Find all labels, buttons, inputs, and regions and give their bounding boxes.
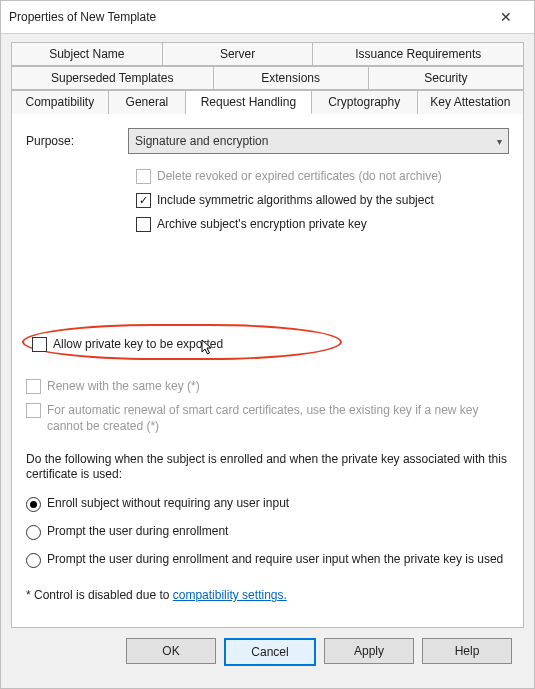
checkbox-auto-renew [26,403,41,418]
radio-enroll-no-input[interactable] [26,497,41,512]
checkbox-allow-export[interactable] [32,337,47,352]
label-renew-same: Renew with the same key (*) [47,378,200,394]
tab-subject-name[interactable]: Subject Name [11,42,163,66]
close-icon[interactable]: ✕ [486,3,526,31]
label-allow-export: Allow private key to be exported [53,336,223,352]
dialog-body: Subject Name Server Issuance Requirement… [1,34,534,688]
help-button[interactable]: Help [422,638,512,664]
checkbox-renew-same [26,379,41,394]
tab-security[interactable]: Security [369,66,524,90]
label-prompt-enroll: Prompt the user during enrollment [47,524,228,539]
cancel-button[interactable]: Cancel [224,638,316,666]
tab-key-attestation[interactable]: Key Attestation [418,90,524,114]
dialog-buttons: OK Cancel Apply Help [11,628,524,678]
checkbox-archive-key[interactable] [136,217,151,232]
tab-superseded-templates[interactable]: Superseded Templates [11,66,214,90]
cursor-icon [201,339,215,357]
titlebar: Properties of New Template ✕ [1,1,534,34]
tab-cryptography[interactable]: Cryptography [312,90,418,114]
footnote-text: * Control is disabled due to [26,588,173,602]
label-enroll-no-input: Enroll subject without requiring any use… [47,496,289,511]
compatibility-settings-link[interactable]: compatibility settings. [173,588,287,602]
radio-prompt-enroll[interactable] [26,525,41,540]
ok-button[interactable]: OK [126,638,216,664]
tab-extensions[interactable]: Extensions [214,66,369,90]
window-title: Properties of New Template [9,10,486,24]
enroll-intro: Do the following when the subject is enr… [26,452,509,482]
checkbox-include-symmetric[interactable]: ✓ [136,193,151,208]
checkbox-delete-revoked [136,169,151,184]
tab-request-handling[interactable]: Request Handling [186,90,311,114]
radio-prompt-enroll-and-use[interactable] [26,553,41,568]
tab-issuance-requirements[interactable]: Issuance Requirements [313,42,524,66]
label-auto-renew: For automatic renewal of smart card cert… [47,402,509,434]
label-delete-revoked: Delete revoked or expired certificates (… [157,168,442,184]
tab-server[interactable]: Server [163,42,314,66]
purpose-select[interactable]: Signature and encryption ▾ [128,128,509,154]
apply-button[interactable]: Apply [324,638,414,664]
label-archive-key: Archive subject's encryption private key [157,216,367,232]
label-prompt-enroll-and-use: Prompt the user during enrollment and re… [47,552,503,567]
footnote: * Control is disabled due to compatibili… [26,588,509,602]
highlight-allow-export: Allow private key to be exported [26,332,509,362]
purpose-label: Purpose: [26,134,116,148]
tab-content-request-handling: Purpose: Signature and encryption ▾ Dele… [11,114,524,628]
tab-strip: Subject Name Server Issuance Requirement… [11,42,524,114]
label-include-symmetric: Include symmetric algorithms allowed by … [157,192,434,208]
tab-compatibility[interactable]: Compatibility [11,90,109,114]
dialog-properties-new-template: Properties of New Template ✕ Subject Nam… [0,0,535,689]
chevron-down-icon: ▾ [497,136,502,147]
purpose-value: Signature and encryption [135,134,268,148]
tab-general[interactable]: General [109,90,187,114]
